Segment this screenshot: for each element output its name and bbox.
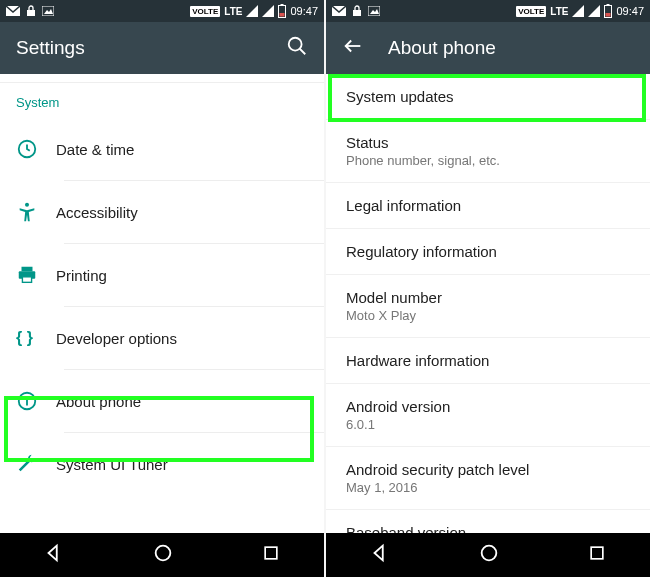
about-list: System updates Status Phone number, sign… — [326, 74, 650, 533]
svg-rect-23 — [606, 13, 611, 17]
about-security-patch[interactable]: Android security patch level May 1, 2016 — [326, 447, 650, 510]
about-title: Android security patch level — [346, 461, 630, 478]
clock-icon — [16, 138, 56, 160]
status-bar: VOLTE LTE 09:47 — [326, 0, 650, 22]
about-title: Legal information — [346, 197, 630, 214]
svg-rect-19 — [353, 10, 361, 16]
status-time: 09:47 — [290, 5, 318, 17]
about-model[interactable]: Model number Moto X Play — [326, 275, 650, 338]
about-title: Android version — [346, 398, 630, 415]
nav-bar — [0, 533, 324, 577]
lte-text: LTE — [550, 6, 568, 17]
picture-icon — [42, 6, 54, 16]
nav-home[interactable] — [152, 542, 174, 568]
gmail-icon — [332, 6, 346, 16]
nav-back[interactable] — [369, 542, 391, 568]
about-sub: May 1, 2016 — [346, 480, 630, 495]
phone-left: VOLTE LTE 09:47 Settings System Date & t… — [0, 0, 324, 577]
signal-icon — [572, 5, 584, 17]
section-system: System — [0, 82, 324, 118]
settings-label: Accessibility — [56, 204, 138, 221]
settings-item-developer[interactable]: { } Developer options — [0, 307, 324, 369]
picture-icon — [368, 6, 380, 16]
settings-label: Printing — [56, 267, 107, 284]
settings-label: Developer options — [56, 330, 177, 347]
about-title: Regulatory information — [346, 243, 630, 260]
about-android-version[interactable]: Android version 6.0.1 — [326, 384, 650, 447]
printer-icon — [16, 264, 56, 286]
about-title: System updates — [346, 88, 630, 105]
svg-rect-17 — [265, 547, 277, 559]
settings-item-printing[interactable]: Printing — [0, 244, 324, 306]
settings-list: System Date & time Accessibility Printin… — [0, 74, 324, 533]
nav-home[interactable] — [478, 542, 500, 568]
svg-rect-26 — [591, 547, 603, 559]
svg-rect-1 — [27, 10, 35, 16]
svg-point-16 — [156, 546, 171, 561]
lock-icon — [26, 5, 36, 17]
svg-rect-12 — [22, 277, 31, 283]
about-title: Model number — [346, 289, 630, 306]
nav-bar — [326, 533, 650, 577]
settings-item-about[interactable]: About phone — [0, 370, 324, 432]
info-icon — [16, 390, 56, 412]
volte-badge: VOLTE — [190, 6, 220, 17]
back-arrow[interactable] — [342, 35, 364, 61]
about-title: Hardware information — [346, 352, 630, 369]
phone-right: VOLTE LTE 09:47 About phone System updat… — [326, 0, 650, 577]
accessibility-icon — [16, 201, 56, 223]
battery-icon — [278, 4, 286, 18]
volte-badge: VOLTE — [516, 6, 546, 17]
about-legal[interactable]: Legal information — [326, 183, 650, 229]
settings-item-accessibility[interactable]: Accessibility — [0, 181, 324, 243]
nav-recent[interactable] — [261, 543, 281, 567]
lock-icon — [352, 5, 362, 17]
svg-point-9 — [25, 203, 29, 207]
braces-icon: { } — [16, 329, 56, 347]
gmail-icon — [6, 6, 20, 16]
about-title: Baseband version — [346, 524, 630, 533]
status-bar: VOLTE LTE 09:47 — [0, 0, 324, 22]
signal-icon-2 — [588, 5, 600, 17]
about-sub: Moto X Play — [346, 308, 630, 323]
wrench-icon — [16, 453, 56, 475]
settings-item-datetime[interactable]: Date & time — [0, 118, 324, 180]
app-bar: Settings — [0, 22, 324, 74]
about-hardware[interactable]: Hardware information — [326, 338, 650, 384]
battery-icon — [604, 4, 612, 18]
app-title: About phone — [388, 37, 634, 59]
settings-item-tuner[interactable]: System UI Tuner — [0, 433, 324, 495]
about-system-updates[interactable]: System updates — [326, 74, 650, 120]
svg-point-6 — [289, 38, 302, 51]
about-baseband[interactable]: Baseband version — [326, 510, 650, 533]
app-bar: About phone — [326, 22, 650, 74]
signal-icon — [246, 5, 258, 17]
signal-icon-2 — [262, 5, 274, 17]
app-title: Settings — [16, 37, 262, 59]
nav-back[interactable] — [43, 542, 65, 568]
status-time: 09:47 — [616, 5, 644, 17]
svg-rect-10 — [22, 267, 33, 272]
svg-rect-5 — [280, 13, 285, 17]
settings-label: Date & time — [56, 141, 134, 158]
about-regulatory[interactable]: Regulatory information — [326, 229, 650, 275]
about-sub: Phone number, signal, etc. — [346, 153, 630, 168]
about-sub: 6.0.1 — [346, 417, 630, 432]
nav-recent[interactable] — [587, 543, 607, 567]
settings-label: System UI Tuner — [56, 456, 168, 473]
lte-text: LTE — [224, 6, 242, 17]
svg-point-25 — [482, 546, 497, 561]
about-status[interactable]: Status Phone number, signal, etc. — [326, 120, 650, 183]
settings-label: About phone — [56, 393, 141, 410]
search-icon[interactable] — [286, 35, 308, 61]
about-title: Status — [346, 134, 630, 151]
svg-line-7 — [300, 49, 306, 55]
